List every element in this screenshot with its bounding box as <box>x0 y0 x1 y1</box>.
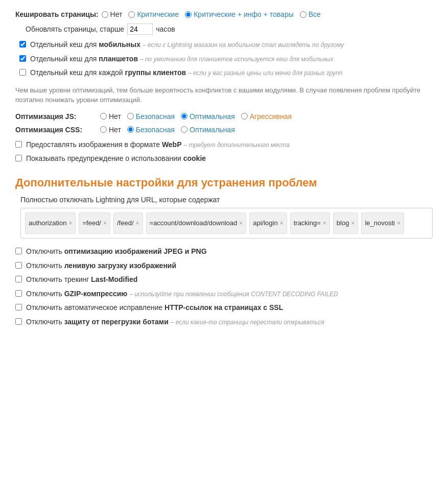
js-safe-radio[interactable] <box>127 113 134 119</box>
tag-api-login[interactable]: api/login × <box>249 212 287 234</box>
tag-feed2-text: /feed/ <box>117 219 134 227</box>
tag-feed1[interactable]: =feed/ × <box>79 212 110 234</box>
css-none-label: Нет <box>109 126 121 134</box>
update-pages-prefix: Обновлять страницы, старше <box>26 25 124 33</box>
cache-critical-plus-radio[interactable] <box>185 11 192 18</box>
js-aggressive-label: Агрессивная <box>250 112 292 121</box>
tag-le-novosti[interactable]: le_novosti × <box>361 212 404 234</box>
js-none-option[interactable]: Нет <box>100 112 121 121</box>
groups-cache-label[interactable]: Отдельный кеш для каждой группы клиентов… <box>30 68 342 78</box>
css-none-radio[interactable] <box>100 126 107 133</box>
tablet-cache-checkbox[interactable] <box>19 55 26 62</box>
js-opt-label: Оптимизация JS: <box>15 112 97 121</box>
tag-feed1-remove[interactable]: × <box>103 220 107 227</box>
tag-feed1-text: =feed/ <box>82 219 101 227</box>
info-text: Чем выше уровни оптимизаций, тем больше … <box>15 85 433 105</box>
css-optimal-option[interactable]: Оптимальная <box>181 126 235 134</box>
tag-api-login-remove[interactable]: × <box>280 220 284 227</box>
jpeg-label[interactable]: Отключить оптимизацию изображений JPEG и… <box>26 247 207 257</box>
bots-checkbox[interactable] <box>15 318 22 325</box>
cache-critical-plus-option[interactable]: Критические + инфо + товары <box>185 10 294 18</box>
tag-blog-text: blog <box>337 219 349 227</box>
css-safe-option[interactable]: Безопасная <box>127 126 175 134</box>
tag-tracking-text: tracking= <box>294 219 321 227</box>
cookie-label[interactable]: Показывать предупреждение о использовани… <box>26 154 206 164</box>
js-none-label: Нет <box>109 112 121 121</box>
webp-label[interactable]: Предоставлять изображения в формате WebP… <box>26 140 290 150</box>
ssl-checkbox[interactable] <box>15 304 22 310</box>
groups-cache-checkbox[interactable] <box>19 69 26 76</box>
tag-account-download[interactable]: =account/download/download × <box>146 212 247 234</box>
css-none-option[interactable]: Нет <box>100 126 121 134</box>
tag-authorization-remove[interactable]: × <box>68 220 72 227</box>
tag-feed2[interactable]: /feed/ × <box>113 212 143 234</box>
css-optimal-radio[interactable] <box>181 126 187 133</box>
tag-le-novosti-remove[interactable]: × <box>397 220 400 227</box>
webp-checkbox[interactable] <box>15 141 22 148</box>
tag-tracking[interactable]: tracking= × <box>290 212 330 234</box>
js-aggressive-option[interactable]: Агрессивная <box>241 112 292 121</box>
tag-tracking-remove[interactable]: × <box>323 220 326 227</box>
additional-section-title: Дополнительные настройки для устранения … <box>15 176 433 189</box>
url-disable-label: Полностью отключать Lightning для URL, к… <box>20 196 433 204</box>
tag-api-login-text: api/login <box>253 219 277 227</box>
lazyload-label[interactable]: Отключить ленивую загрузку изображений <box>26 261 176 271</box>
js-none-radio[interactable] <box>100 113 107 119</box>
js-safe-option[interactable]: Безопасная <box>127 112 175 121</box>
css-optimal-label: Оптимальная <box>190 126 235 134</box>
mobile-cache-label[interactable]: Отдельный кеш для мобильных – если с Lig… <box>30 40 344 50</box>
gzip-checkbox[interactable] <box>15 290 22 297</box>
cache-none-radio[interactable] <box>102 11 108 18</box>
js-aggressive-radio[interactable] <box>241 113 248 119</box>
tag-blog[interactable]: blog × <box>333 212 359 234</box>
tag-account-download-text: =account/download/download <box>150 219 238 227</box>
tag-authorization-text: authorization <box>29 219 66 227</box>
js-optimal-option[interactable]: Оптимальная <box>181 112 235 121</box>
lastmodified-label[interactable]: Отключить трекинг Last-Modified <box>26 275 137 285</box>
update-pages-suffix: часов <box>156 25 175 33</box>
css-safe-label: Безопасная <box>136 126 175 134</box>
css-opt-label: Оптимизация CSS: <box>15 126 97 134</box>
gzip-label[interactable]: Отключить GZIP-компрессию – используйте … <box>26 289 338 299</box>
tag-le-novosti-text: le_novosti <box>365 219 395 227</box>
js-safe-label: Безопасная <box>136 112 175 121</box>
cache-all-label: Все <box>309 10 321 18</box>
tag-account-download-remove[interactable]: × <box>239 220 243 227</box>
tag-feed2-remove[interactable]: × <box>136 220 139 227</box>
cache-pages-radio-group: Нет Критические Критические + инфо + тов… <box>102 10 321 18</box>
css-safe-radio[interactable] <box>127 126 134 133</box>
js-optimal-radio[interactable] <box>181 113 187 119</box>
bots-label[interactable]: Отключить защиту от перегрузки ботами – … <box>26 317 324 327</box>
cookie-checkbox[interactable] <box>15 155 22 161</box>
cache-pages-label: Кешировать страницы: <box>15 10 99 18</box>
lastmodified-checkbox[interactable] <box>15 276 22 282</box>
mobile-cache-checkbox[interactable] <box>19 41 26 47</box>
js-opt-radio-group: Нет Безопасная Оптимальная Агрессивная <box>100 112 292 121</box>
tablet-cache-label[interactable]: Отдельный кеш для планшетов – по умолчан… <box>30 54 333 64</box>
css-opt-radio-group: Нет Безопасная Оптимальная <box>100 126 235 134</box>
cache-all-radio[interactable] <box>300 11 306 18</box>
cache-none-option[interactable]: Нет <box>102 10 123 18</box>
cache-critical-plus-label: Критические + инфо + товары <box>194 10 294 18</box>
tag-authorization[interactable]: authorization × <box>25 212 76 234</box>
tag-input-container[interactable]: authorization × =feed/ × /feed/ × =accou… <box>20 208 433 238</box>
cache-critical-label: Критические <box>137 10 179 18</box>
cache-none-label: Нет <box>110 10 123 18</box>
cache-critical-radio[interactable] <box>128 11 135 18</box>
cache-all-option[interactable]: Все <box>300 10 321 18</box>
update-pages-input[interactable] <box>127 23 153 35</box>
jpeg-checkbox[interactable] <box>15 248 22 254</box>
tag-blog-remove[interactable]: × <box>351 220 355 227</box>
js-optimal-label: Оптимальная <box>190 112 235 121</box>
lazyload-checkbox[interactable] <box>15 262 22 269</box>
ssl-label[interactable]: Отключить автоматическое исправление HTT… <box>26 303 283 313</box>
cache-critical-option[interactable]: Критические <box>128 10 179 18</box>
